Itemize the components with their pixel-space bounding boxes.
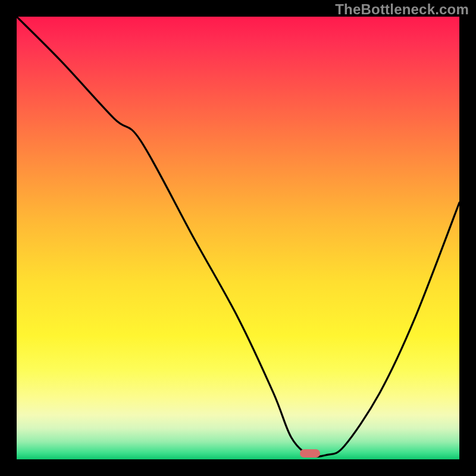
- bottleneck-curve: [17, 17, 459, 459]
- chart-canvas: TheBottleneck.com: [0, 0, 476, 476]
- plot-area: [17, 17, 459, 459]
- watermark-text: TheBottleneck.com: [335, 1, 469, 18]
- optimum-marker: [300, 449, 320, 458]
